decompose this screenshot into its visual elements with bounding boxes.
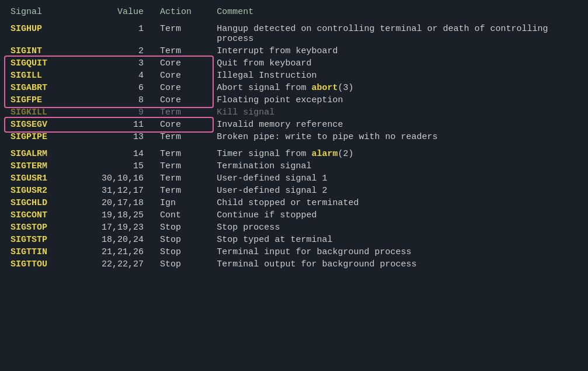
cell-comment: Abort signal from abort(3) (212, 82, 582, 94)
cell-comment: Stop process (212, 221, 582, 234)
cell-action: Term (155, 106, 212, 119)
cell-action: Ign (155, 197, 212, 209)
cell-value: 4 (84, 70, 155, 82)
table-row: SIGKILL9TermKill signal (6, 106, 582, 119)
cell-value: 14 (84, 148, 155, 160)
table-row: SIGSTOP17,19,23StopStop process (6, 221, 582, 234)
header-signal: Signal (6, 5, 84, 23)
cell-comment: Floating point exception (212, 94, 582, 106)
table-row: SIGUSR130,10,16TermUser-defined signal 1 (6, 172, 582, 185)
cell-comment: User-defined signal 2 (212, 185, 582, 197)
cell-action: Core (155, 82, 212, 94)
cell-signal: SIGTSTP (6, 234, 84, 246)
main-container: Signal Value Action Comment SIGHUP1TermH… (0, 5, 588, 271)
cell-value: 1 (84, 23, 155, 45)
table-row: SIGABRT6CoreAbort signal from abort(3) (6, 82, 582, 94)
table-row: SIGCHLD20,17,18IgnChild stopped or termi… (6, 197, 582, 209)
cell-value: 19,18,25 (84, 209, 155, 221)
signals-body: SIGHUP1TermHangup detected on controllin… (6, 23, 582, 271)
cell-action: Term (155, 23, 212, 45)
cell-comment: Terminal output for background process (212, 258, 582, 271)
cell-value: 17,19,23 (84, 221, 155, 234)
cell-action: Term (155, 172, 212, 185)
table-row: SIGILL4CoreIllegal Instruction (6, 70, 582, 82)
cell-value: 30,10,16 (84, 172, 155, 185)
table-row: SIGQUIT3CoreQuit from keyboard (6, 57, 582, 70)
header-action: Action (155, 5, 212, 23)
cell-signal: SIGTERM (6, 160, 84, 172)
cell-comment: Termination signal (212, 160, 582, 172)
cell-signal: SIGTTIN (6, 246, 84, 258)
table-row: SIGTERM15TermTermination signal (6, 160, 582, 172)
cell-action: Term (155, 131, 212, 143)
table-row: SIGPIPE13TermBroken pipe: write to pipe … (6, 131, 582, 143)
cell-comment: Invalid memory reference (212, 119, 582, 131)
cell-action: Cont (155, 209, 212, 221)
cell-signal: SIGCONT (6, 209, 84, 221)
cell-comment: Terminal input for background process (212, 246, 582, 258)
cell-signal: SIGHUP (6, 23, 84, 45)
cell-comment: Hangup detected on controlling terminal … (212, 23, 582, 45)
cell-action: Stop (155, 234, 212, 246)
cell-signal: SIGINT (6, 45, 84, 57)
table-wrapper: Signal Value Action Comment SIGHUP1TermH… (6, 5, 582, 271)
table-row: SIGALRM14TermTimer signal from alarm(2) (6, 148, 582, 160)
cell-signal: SIGSTOP (6, 221, 84, 234)
cell-value: 15 (84, 160, 155, 172)
table-row: SIGTTIN21,21,26StopTerminal input for ba… (6, 246, 582, 258)
cell-action: Stop (155, 258, 212, 271)
cell-action: Core (155, 94, 212, 106)
cell-value: 22,22,27 (84, 258, 155, 271)
cell-action: Term (155, 160, 212, 172)
cell-value: 6 (84, 82, 155, 94)
signals-table: Signal Value Action Comment SIGHUP1TermH… (6, 5, 582, 271)
table-row: SIGCONT19,18,25ContContinue if stopped (6, 209, 582, 221)
cell-comment: Timer signal from alarm(2) (212, 148, 582, 160)
cell-value: 20,17,18 (84, 197, 155, 209)
cell-value: 18,20,24 (84, 234, 155, 246)
cell-value: 21,21,26 (84, 246, 155, 258)
cell-signal: SIGSEGV (6, 119, 84, 131)
table-row: SIGTSTP18,20,24StopStop typed at termina… (6, 234, 582, 246)
cell-signal: SIGUSR1 (6, 172, 84, 185)
cell-comment: Continue if stopped (212, 209, 582, 221)
cell-action: Core (155, 57, 212, 70)
cell-value: 9 (84, 106, 155, 119)
cell-comment: Illegal Instruction (212, 70, 582, 82)
cell-value: 13 (84, 131, 155, 143)
cell-value: 8 (84, 94, 155, 106)
cell-signal: SIGUSR2 (6, 185, 84, 197)
table-row: SIGINT2TermInterrupt from keyboard (6, 45, 582, 57)
cell-action: Core (155, 119, 212, 131)
cell-comment: Stop typed at terminal (212, 234, 582, 246)
cell-signal: SIGFPE (6, 94, 84, 106)
cell-signal: SIGKILL (6, 106, 84, 119)
header-value: Value (84, 5, 155, 23)
cell-action: Term (155, 148, 212, 160)
table-row: SIGFPE8CoreFloating point exception (6, 94, 582, 106)
cell-signal: SIGPIPE (6, 131, 84, 143)
cell-value: 31,12,17 (84, 185, 155, 197)
table-row: SIGTTOU22,22,27StopTerminal output for b… (6, 258, 582, 271)
cell-action: Core (155, 70, 212, 82)
cell-comment: Child stopped or terminated (212, 197, 582, 209)
cell-signal: SIGQUIT (6, 57, 84, 70)
cell-signal: SIGCHLD (6, 197, 84, 209)
cell-action: Term (155, 185, 212, 197)
table-row: SIGSEGV11CoreInvalid memory reference (6, 119, 582, 131)
cell-comment: Interrupt from keyboard (212, 45, 582, 57)
table-row: SIGUSR231,12,17TermUser-defined signal 2 (6, 185, 582, 197)
header-comment: Comment (212, 5, 582, 23)
cell-comment: Kill signal (212, 106, 582, 119)
cell-action: Stop (155, 246, 212, 258)
cell-signal: SIGILL (6, 70, 84, 82)
cell-signal: SIGALRM (6, 148, 84, 160)
cell-action: Term (155, 45, 212, 57)
cell-value: 11 (84, 119, 155, 131)
cell-comment: Broken pipe: write to pipe with no reade… (212, 131, 582, 143)
table-header-row: Signal Value Action Comment (6, 5, 582, 23)
cell-comment: Quit from keyboard (212, 57, 582, 70)
cell-value: 3 (84, 57, 155, 70)
cell-value: 2 (84, 45, 155, 57)
cell-comment: User-defined signal 1 (212, 172, 582, 185)
